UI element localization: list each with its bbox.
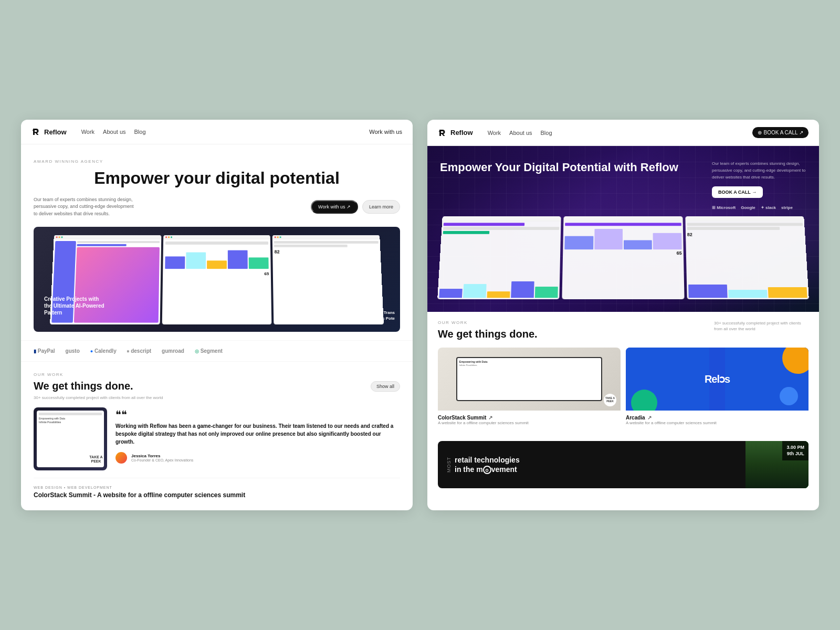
right-project-arcadia-desc: A website for a offline computer science… — [626, 421, 808, 425]
logo-segment: ◎ Segment — [195, 348, 223, 354]
right-project-colorstack-image: Empowering with Data Infinite Possibilit… — [438, 348, 621, 411]
logo-gumroad: gumroad — [162, 348, 184, 354]
partner-stripe: stripe — [781, 205, 793, 210]
right-mockup-grid: 65 82 — [437, 216, 809, 299]
left-show-all-btn[interactable]: Show all — [371, 381, 400, 392]
left-overlay-text2: Unleash And TransYour Business Pote — [355, 310, 395, 321]
left-card-title: ColorStack Summit - A website for a offl… — [34, 491, 400, 500]
left-logos-row: ▮ PayPal gusto ● Calendly ≡ descript gum… — [21, 340, 413, 362]
right-banner-date: 3.00 PM9th JUL — [782, 441, 808, 460]
right-project-arcadia-image: Relɔs — [626, 348, 808, 411]
left-project-image: Empowering with DataInfinite Possibiliti… — [34, 407, 107, 470]
right-work-title: We get things done. — [438, 328, 538, 340]
right-banner-text: retail technologiesin the movement — [455, 455, 520, 474]
right-project-colorstack: Empowering with Data Infinite Possibilit… — [438, 348, 621, 427]
left-card-tag: WEB DESIGN • WEB DEVELOPMENT — [34, 486, 400, 489]
right-work-eyebrow: OUR WORK — [438, 320, 538, 325]
left-quote-mark: ❝❝ — [116, 410, 400, 420]
right-nav-work[interactable]: Work — [488, 130, 501, 136]
left-work-section: OUR WORK We get things done. Show all 30… — [21, 362, 413, 510]
left-nav-blog[interactable]: Blog — [134, 129, 146, 135]
right-work-section: OUR WORK We get things done. 30+ success… — [427, 312, 819, 441]
right-nav-about[interactable]: About us — [509, 130, 532, 136]
right-hero-title: Empower Your Digital Potential with Refl… — [440, 161, 701, 174]
left-author-name: Jessica Torres — [131, 454, 193, 458]
right-nav: Reflow Work About us Blog ⊕ BOOK A CALL … — [427, 120, 819, 146]
left-nav-work[interactable]: Work — [81, 129, 94, 135]
partner-microsoft: ⊞ Microsoft — [712, 205, 736, 210]
right-nav-links: Work About us Blog — [488, 130, 552, 136]
left-hero-buttons: Work with us ↗ Learn more — [311, 200, 400, 214]
logo-descript: ≡ descript — [127, 348, 151, 354]
left-author-info: Jessica Torres Co-Founder & CEO, Apex In… — [131, 454, 193, 462]
right-banner-left: most retail technologiesin the movement — [438, 448, 746, 481]
right-screen-1 — [437, 216, 561, 299]
right-project-arcadia-arrow[interactable]: ↗ — [647, 415, 652, 421]
right-project-arcadia-name: Arcadia ↗ — [626, 415, 808, 421]
left-nav-links: Work About us Blog — [81, 129, 146, 135]
right-project-colorstack-name: ColorStack Summit ↗ — [438, 415, 621, 421]
right-banner-right: 3.00 PM9th JUL — [746, 441, 808, 488]
left-author-title: Co-Founder & CEO, Apex Innovations — [131, 458, 193, 462]
svg-marker-1 — [439, 130, 440, 132]
relos-brand-text: Relɔs — [705, 373, 730, 385]
left-project-card: Empowering with DataInfinite Possibiliti… — [34, 407, 400, 470]
right-hero-mockup: 65 82 — [440, 215, 806, 299]
left-testimonial: ❝❝ Working with Reflow has been a game-c… — [116, 407, 400, 464]
right-reflow-logo-icon — [438, 128, 447, 138]
main-container: Reflow Work About us Blog Work with us A… — [21, 120, 819, 510]
right-project-colorstack-desc: A website for a offline computer science… — [438, 421, 621, 425]
right-hero-left: Empower Your Digital Potential with Refl… — [440, 161, 701, 209]
left-quote-text: Working with Reflow has been a game-chan… — [116, 422, 400, 446]
left-nav-cta[interactable]: Work with us — [369, 129, 402, 135]
left-nav-about[interactable]: About us — [103, 129, 125, 135]
left-eyebrow: AWARD WINNING AGENCY — [34, 159, 400, 164]
right-hero-right: Our team of experts combines stunning de… — [712, 161, 806, 209]
left-logo[interactable]: Reflow — [32, 127, 67, 136]
relos-shape-yellow — [782, 348, 808, 374]
left-nav: Reflow Work About us Blog Work with us — [21, 120, 413, 144]
right-nav-cta-icon: ⊕ — [758, 130, 762, 135]
partner-slack: ✦ slack — [761, 205, 776, 210]
right-dark-hero: Empower Your Digital Potential with Refl… — [427, 146, 819, 311]
left-work-eyebrow: OUR WORK — [34, 372, 400, 377]
partner-google: Google — [741, 205, 755, 210]
right-screen-2: 65 — [562, 216, 685, 299]
right-project-colorstack-info: ColorStack Summit ↗ A website for a offl… — [438, 411, 621, 427]
relos-shape-green — [631, 390, 657, 411]
right-work-subtitle: 30+ successfully completed project with … — [714, 320, 808, 332]
right-partner-logos: ⊞ Microsoft Google ✦ slack stripe — [712, 205, 806, 210]
right-hero-content: Empower Your Digital Potential with Refl… — [440, 161, 806, 209]
logo-paypal: ▮ PayPal — [34, 348, 55, 354]
left-hero-desc: Our team of experts combines stunning de… — [34, 196, 139, 218]
laptop-screen: Empowering with Data Infinite Possibilit… — [456, 357, 602, 401]
right-project-arcadia-info: Arcadia ↗ A website for a offline comput… — [626, 411, 808, 427]
right-project-colorstack-badge[interactable]: TAKE A PEEK — [604, 394, 616, 406]
reflow-logo-icon — [32, 127, 41, 136]
left-hero-title: Empower your digital potential — [34, 169, 400, 187]
left-hero-primary-btn[interactable]: Work with us ↗ — [311, 200, 358, 214]
right-panel: Reflow Work About us Blog ⊕ BOOK A CALL … — [427, 120, 819, 510]
right-banner-label: most — [446, 457, 452, 472]
mockup-screen-2: 65 — [162, 235, 271, 324]
left-hero-secondary-btn[interactable]: Learn more — [362, 200, 400, 214]
laptop-screen-content: Empowering with Data Infinite Possibilit… — [457, 358, 601, 369]
right-logo[interactable]: Reflow — [438, 128, 473, 138]
left-work-title: We get things done. — [34, 380, 133, 392]
left-overlay-text: Creative Projects withthe Ultimate AI-Po… — [44, 296, 104, 316]
svg-marker-0 — [33, 130, 34, 131]
logo-gusto: gusto — [66, 348, 80, 354]
right-book-call-btn[interactable]: BOOK A CALL → — [712, 186, 763, 198]
left-bottom-card: WEB DESIGN • WEB DEVELOPMENT ColorStack … — [34, 478, 400, 500]
left-work-subtitle: 30+ successfully completed project with … — [34, 395, 400, 400]
relos-background: Relɔs — [626, 348, 808, 411]
right-nav-cta[interactable]: ⊕ BOOK A CALL ↗ — [752, 127, 808, 138]
left-section-title-row: We get things done. Show all — [34, 380, 400, 392]
left-panel: Reflow Work About us Blog Work with us A… — [21, 120, 413, 510]
left-project-badge[interactable]: TAKE A PEEK — [89, 453, 103, 466]
right-hero-desc: Our team of experts combines stunning de… — [712, 161, 806, 181]
right-work-header-left: OUR WORK We get things done. — [438, 320, 538, 340]
right-project-colorstack-arrow[interactable]: ↗ — [488, 415, 492, 421]
right-nav-blog[interactable]: Blog — [541, 130, 552, 136]
left-author-avatar — [116, 452, 127, 464]
